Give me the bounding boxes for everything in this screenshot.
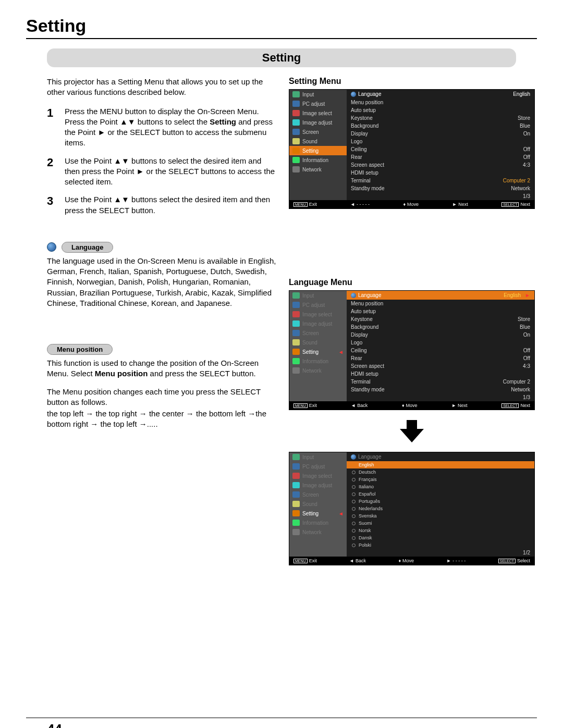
menu-icon: [292, 110, 300, 116]
globe-icon: [351, 454, 356, 460]
menu-icon: [292, 529, 300, 535]
svg-marker-0: [400, 420, 424, 442]
language-menu-screenshot-1: InputPC adjustImage selectImage adjustSc…: [289, 290, 535, 410]
menu-icon: [292, 292, 300, 299]
footer-rule: [26, 718, 537, 718]
menu-icon: [292, 101, 300, 107]
osd-nav-item: Input: [289, 452, 347, 462]
osd-nav-item: Screen: [289, 328, 347, 338]
osd-nav-item: Image select: [289, 310, 347, 319]
osd-nav-item: Screen: [289, 490, 347, 499]
osd-setting-row: HDMI setup: [347, 169, 534, 177]
osd-setting-row: Standby modeNetwork: [347, 386, 534, 393]
globe-icon: [351, 92, 356, 97]
step-text: Use the Point ▲▼ buttons to select the d…: [65, 156, 276, 188]
osd-setting-row: Logo: [347, 339, 534, 347]
globe-icon: [47, 242, 56, 252]
language-option: Svenska: [347, 512, 534, 520]
osd-nav-item: Information: [289, 155, 347, 165]
menu-position-pill: Menu position: [47, 344, 113, 355]
osd-nav-item: Image adjust: [289, 480, 347, 490]
menu-icon: [292, 302, 300, 308]
osd-setting-row: Screen aspect4:3: [347, 362, 534, 370]
step-number: 1: [47, 106, 57, 149]
menu-icon: [292, 129, 300, 135]
osd-nav-item: Information: [289, 518, 347, 527]
step-item: 2 Use the Point ▲▼ buttons to select the…: [47, 156, 276, 188]
down-arrow-icon: [399, 417, 425, 443]
osd-nav-item: Network: [289, 165, 347, 174]
menu-icon: [292, 330, 300, 336]
menu-icon: [292, 367, 300, 374]
osd-setting-row: RearOff: [347, 153, 534, 161]
menu-icon: [292, 520, 300, 526]
osd-setting-row: BackgroundBlue: [347, 323, 534, 331]
language-option: Dansk: [347, 534, 534, 541]
osd-setting-row: DisplayOn: [347, 130, 534, 138]
setting-menu-title: Setting Menu: [289, 77, 535, 86]
osd-setting-row: Screen aspect4:3: [347, 161, 534, 169]
menu-position-p2: The Menu position changes each time you …: [47, 387, 276, 408]
language-option: Nederlands: [347, 505, 534, 512]
menu-icon: [292, 491, 300, 498]
menu-icon: [292, 510, 300, 516]
osd-nav-item: PC adjust: [289, 300, 347, 310]
menu-icon: [292, 358, 300, 364]
osd-setting-row: TerminalComputer 2: [347, 378, 534, 386]
osd-setting-row: Auto setup: [347, 307, 534, 315]
menu-icon: [292, 501, 300, 507]
language-option: Norsk: [347, 527, 534, 534]
step-text: Press the MENU button to display the On-…: [65, 106, 276, 149]
section-heading: Setting: [47, 48, 516, 67]
language-option: Polski: [347, 541, 534, 549]
osd-setting-row: Auto setup: [347, 106, 534, 114]
language-pill: Language: [62, 242, 113, 253]
page-title: Setting: [26, 16, 537, 36]
step-item: 1 Press the MENU button to display the O…: [47, 106, 276, 149]
step-text: Use the Point ▲▼ buttons select the desi…: [65, 194, 276, 216]
osd-nav-item: Screen: [289, 127, 347, 137]
osd-nav-item: Network: [289, 366, 347, 375]
osd-nav-item: Information: [289, 356, 347, 366]
step-item: 3 Use the Point ▲▼ buttons select the de…: [47, 194, 276, 216]
osd-nav-item: Network: [289, 527, 347, 537]
osd-setting-row: Standby modeNetwork: [347, 184, 534, 192]
language-option: English: [347, 461, 534, 468]
osd-nav-item: Setting◄: [289, 509, 347, 518]
osd-nav-item: Input: [289, 90, 347, 99]
osd-setting-row: TerminalComputer 2: [347, 177, 534, 184]
osd-nav-item: Image adjust: [289, 118, 347, 127]
osd-nav-item: Sound: [289, 137, 347, 146]
language-menu-screenshot-2: InputPC adjustImage selectImage adjustSc…: [289, 452, 535, 565]
setting-menu-screenshot: InputPC adjustImage selectImage adjustSc…: [289, 89, 535, 209]
menu-icon: [292, 339, 300, 346]
rule: [26, 38, 537, 39]
language-text: The language used in the On-Screen Menu …: [47, 256, 276, 309]
menu-icon: [292, 349, 300, 355]
menu-icon: [292, 157, 300, 163]
page-number: 44: [26, 721, 537, 728]
language-option: Français: [347, 476, 534, 483]
osd-setting-row: CeilingOff: [347, 347, 534, 354]
menu-icon: [292, 463, 300, 470]
osd-setting-row: HDMI setup: [347, 370, 534, 378]
osd-nav-item: Sound: [289, 499, 347, 509]
osd-nav-item: Image select: [289, 471, 347, 480]
menu-icon: [292, 91, 300, 97]
menu-icon: [292, 482, 300, 488]
osd-nav-item: Setting: [289, 146, 347, 155]
osd-nav-item: Image select: [289, 108, 347, 118]
osd-nav-item: Sound: [289, 338, 347, 347]
osd-setting-row: CeilingOff: [347, 145, 534, 153]
menu-icon: [292, 320, 300, 327]
language-option: Italiano: [347, 483, 534, 490]
osd-setting-row: DisplayOn: [347, 331, 534, 339]
language-option: Português: [347, 498, 534, 505]
language-option: Suomi: [347, 520, 534, 527]
osd-nav-item: PC adjust: [289, 462, 347, 471]
osd-setting-row: Menu position: [347, 300, 534, 307]
osd-setting-row: KeystoneStore: [347, 315, 534, 323]
osd-setting-row: RearOff: [347, 354, 534, 362]
step-number: 2: [47, 156, 57, 188]
osd-nav-item: PC adjust: [289, 99, 347, 108]
